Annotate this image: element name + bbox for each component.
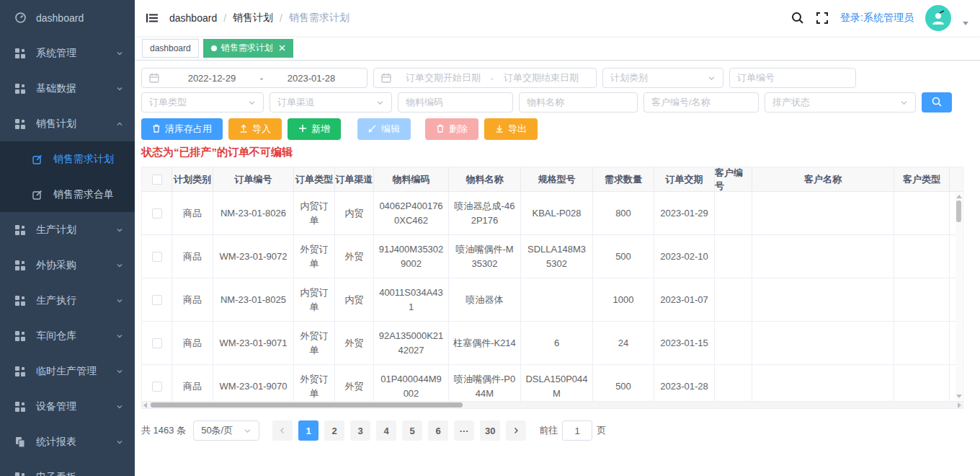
cell-order-channel: 内贸	[335, 192, 374, 234]
breadcrumb-item-dashboard[interactable]: dashboard	[169, 12, 217, 24]
sidebar: dashboard 系统管理 基础数据 销售计划 销售需求计划 销售需求合单	[0, 0, 135, 476]
select-all-checkbox[interactable]	[152, 175, 162, 185]
sidebar-item-label: 生产计划	[36, 224, 76, 237]
prev-page-button[interactable]	[272, 420, 293, 441]
sidebar-item-sales-demand-merge[interactable]: 销售需求合单	[0, 177, 135, 212]
row-checkbox[interactable]	[152, 382, 162, 392]
cell-order-channel: 内贸	[335, 278, 374, 321]
order-no-input[interactable]: 订单编号	[729, 68, 856, 88]
download-icon	[495, 124, 504, 135]
sidebar-item-sales-plan[interactable]: 销售计划	[0, 106, 135, 141]
delivery-date-range-picker[interactable]: 订单交期开始日期 - 订单交期结束日期	[373, 68, 597, 88]
page-button-3[interactable]: 3	[350, 420, 370, 441]
sidebar-item-production-plan[interactable]: 生产计划	[0, 212, 135, 247]
vertical-scrollbar-thumb[interactable]	[956, 200, 961, 222]
sidebar-item-sales-demand-plan[interactable]: 销售需求计划	[0, 141, 135, 177]
order-channel-select[interactable]: 订单渠道	[270, 92, 392, 113]
cell-delivery-date: 2023-02-10	[654, 235, 715, 278]
trash-icon	[436, 124, 445, 135]
more-pages-button[interactable]: ···	[454, 420, 474, 441]
cell-order-type: 内贸订单	[294, 192, 335, 234]
cell-delivery-date: 2023-01-07	[654, 278, 715, 321]
sidebar-item-production-execution[interactable]: 生产执行	[0, 283, 135, 318]
search-button[interactable]	[922, 92, 952, 113]
next-page-button[interactable]	[506, 420, 526, 441]
sidebar-item-temp-production-mgmt[interactable]: 临时生产管理	[0, 353, 135, 389]
scroll-left-arrow[interactable]	[143, 402, 147, 408]
breadcrumb-item-sales-plan[interactable]: 销售计划	[233, 12, 273, 25]
search-icon[interactable]	[791, 12, 804, 25]
cell-order-channel: 外贸	[335, 322, 374, 364]
sidebar-item-system-mgmt[interactable]: 系统管理	[0, 35, 135, 71]
sidebar-item-workshop-warehouse[interactable]: 车间仓库	[0, 318, 135, 353]
table-row[interactable]: 商品 NM-23-01-8025 内贸订单 内贸 40011S034A431 喷…	[142, 278, 963, 322]
create-date-range-picker[interactable]: 2022-12-29 - 2023-01-28	[141, 68, 368, 88]
page-button-30[interactable]: 30	[480, 420, 500, 441]
cell-material-name: 柱塞偶件-K214	[449, 322, 521, 364]
cell-order-type: 内贸订单	[294, 278, 335, 321]
cell-material-code: 01P400044M9002	[374, 365, 449, 401]
scroll-right-arrow[interactable]	[958, 402, 961, 408]
sidebar-item-electronic-board[interactable]: 电子看板	[0, 459, 135, 476]
row-checkbox[interactable]	[152, 208, 162, 219]
table-row[interactable]: 商品 WM-23-01-9071 外贸订单 外贸 92A135000K21420…	[142, 322, 963, 365]
row-checkbox[interactable]	[152, 295, 162, 305]
table-row[interactable]: 商品 WM-23-01-9070 外贸订单 外贸 01P400044M9002 …	[142, 365, 963, 401]
schedule-status-select[interactable]: 排产状态	[765, 92, 916, 113]
goto-label: 前往	[539, 424, 558, 437]
row-checkbox[interactable]	[152, 252, 162, 262]
sidebar-item-label: 系统管理	[36, 47, 76, 60]
cell-demand-qty: 24	[593, 322, 654, 364]
cell-demand-qty: 500	[593, 365, 654, 401]
clear-stock-button[interactable]: 清库存占用	[141, 118, 223, 140]
chevron-down-icon	[116, 226, 123, 234]
breadcrumb: dashboard / 销售计划 / 销售需求计划	[169, 12, 349, 25]
material-name-input[interactable]: 物料名称	[519, 92, 638, 113]
cell-customer-no	[715, 322, 752, 364]
tab-sales-demand-plan[interactable]: 销售需求计划	[203, 39, 293, 58]
sidebar-item-label: 销售计划	[36, 118, 76, 131]
chevron-down-icon	[376, 99, 384, 107]
import-button[interactable]: 导入	[228, 118, 282, 140]
order-type-select[interactable]: 订单类型	[141, 92, 264, 113]
page-button-1[interactable]: 1	[298, 420, 318, 441]
tab-dashboard[interactable]: dashboard	[142, 39, 199, 58]
close-icon[interactable]	[279, 45, 285, 51]
page-size-select[interactable]: 50条/页	[193, 420, 259, 441]
edit-button[interactable]: 编辑	[357, 118, 411, 140]
delete-button[interactable]: 删除	[425, 118, 478, 140]
page-button-5[interactable]: 5	[402, 420, 422, 441]
add-button[interactable]: 新增	[288, 118, 341, 140]
table-row[interactable]: 商品 NM-23-01-8026 内贸订单 内贸 04062P4001760XC…	[142, 192, 963, 235]
page-button-4[interactable]: 4	[376, 420, 396, 441]
material-code-input[interactable]: 物料编码	[398, 92, 513, 113]
cell-demand-qty: 500	[593, 235, 654, 278]
input-placeholder: 物料编码	[406, 96, 443, 109]
horizontal-scrollbar[interactable]	[142, 401, 963, 408]
vertical-scrollbar[interactable]	[956, 193, 962, 400]
chevron-down-icon	[900, 99, 908, 107]
customer-input[interactable]: 客户编号/名称	[643, 92, 759, 113]
sidebar-item-label: 车间仓库	[36, 330, 76, 343]
caret-down-icon[interactable]	[963, 22, 968, 25]
user-avatar[interactable]	[925, 5, 951, 31]
sidebar-item-equipment-mgmt[interactable]: 设备管理	[0, 389, 135, 424]
export-button[interactable]: 导出	[484, 118, 538, 140]
sidebar-item-outsourcing-purchase[interactable]: 外协采购	[0, 247, 135, 283]
sidebar-item-dashboard[interactable]: dashboard	[0, 0, 135, 35]
page-button-2[interactable]: 2	[324, 420, 344, 441]
scroll-down-arrow[interactable]	[956, 395, 962, 398]
row-checkbox[interactable]	[152, 338, 162, 348]
edit-restriction-notice: 状态为“已排产”的订单不可编辑	[141, 146, 973, 159]
horizontal-scrollbar-thumb[interactable]	[151, 402, 463, 407]
page-button-6[interactable]: 6	[428, 420, 448, 441]
plan-category-select[interactable]: 计划类别	[602, 68, 723, 88]
hamburger-icon[interactable]	[145, 11, 159, 25]
sidebar-item-statistics-report[interactable]: 统计报表	[0, 424, 135, 459]
login-user-label: 登录:系统管理员	[840, 12, 914, 25]
sidebar-item-base-data[interactable]: 基础数据	[0, 71, 135, 106]
goto-page-input[interactable]	[562, 420, 592, 441]
fullscreen-icon[interactable]	[816, 12, 829, 25]
scroll-up-arrow[interactable]	[956, 195, 962, 198]
table-row[interactable]: 商品 WM-23-01-9072 外贸订单 外贸 91J400M35302900…	[142, 235, 963, 278]
